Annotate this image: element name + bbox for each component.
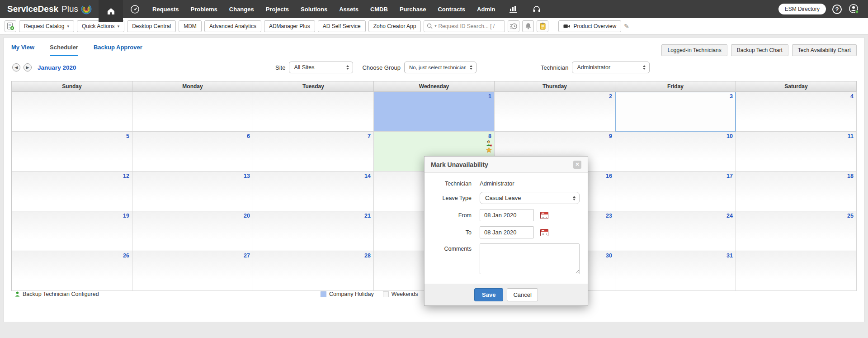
day-number: 19 (123, 213, 129, 219)
tab-backup-approver[interactable]: Backup Approver (94, 44, 142, 56)
nav-item-solutions[interactable]: Solutions (295, 0, 333, 18)
chevron-down-icon: ▾ (67, 24, 69, 29)
calendar-cell-3[interactable]: 3 (615, 92, 736, 132)
dialog-body: Technician Administrator Leave Type Casu… (425, 173, 588, 284)
calendar-cell-18[interactable]: 18 (736, 171, 857, 211)
action-tech-availability-chart[interactable]: Tech Availability Chart (792, 44, 857, 56)
nav-item-contracts[interactable]: Contracts (432, 0, 471, 18)
close-icon[interactable]: ✕ (573, 161, 581, 169)
toolbar-button-mdm[interactable]: MDM (179, 20, 202, 32)
calendar-cell-2[interactable]: 2 (495, 92, 615, 132)
action-backup-tech-chart[interactable]: Backup Tech Chart (731, 44, 788, 56)
calendar-controls: ◀ ▶ January 2020 Site All Sites Choose G… (4, 62, 864, 77)
toolbar-button-ad-self-service[interactable]: AD Self Service (318, 20, 366, 32)
home-tab[interactable] (99, 0, 123, 22)
calendar-cell-27[interactable]: 27 (132, 251, 253, 291)
tasks-clipboard-button[interactable] (537, 20, 548, 32)
nav-item-purchase[interactable]: Purchase (394, 0, 432, 18)
calendar-cell-21[interactable]: 21 (253, 211, 374, 251)
backup-legend-label: Backup Technician Configured (23, 291, 99, 297)
user-avatar-icon[interactable] (848, 3, 860, 15)
day-number: 3 (730, 93, 733, 100)
notifications-button[interactable] (522, 20, 534, 32)
tab-scheduler[interactable]: Scheduler (50, 44, 78, 56)
toolbar-button-advanced-analytics[interactable]: Advanced Analytics (204, 20, 261, 32)
month-title: January 2020 (38, 64, 76, 71)
previous-month-button[interactable]: ◀ (12, 63, 20, 71)
calendar-color-legend: Company Holiday Weekends (321, 291, 418, 297)
save-button[interactable]: Save (474, 288, 503, 301)
nav-item-cmdb[interactable]: CMDB (364, 0, 394, 18)
product-overview-button[interactable]: Product Overview (558, 20, 621, 32)
calendar-cell-10[interactable]: 10 (615, 132, 736, 171)
group-select-value: No, just select technician (409, 65, 466, 70)
calendar-cell-4[interactable]: 4 (736, 92, 857, 132)
calendar-cell[interactable] (736, 251, 857, 291)
calendar-cell-6[interactable]: 6 (132, 132, 253, 171)
technician-field-label: Technician (433, 181, 472, 187)
to-date-calendar-icon[interactable] (540, 229, 548, 236)
dialog-header: Mark Unavailability ✕ (425, 157, 588, 173)
toolbar-button-admanager-plus[interactable]: ADManager Plus (264, 20, 315, 32)
calendar-cell[interactable] (132, 92, 253, 132)
nav-item-changes[interactable]: Changes (223, 0, 260, 18)
toolbar-button-request-catalog[interactable]: Request Catalog▾ (19, 20, 74, 32)
nav-item-admin[interactable]: Admin (471, 0, 501, 18)
search-input[interactable] (438, 23, 497, 29)
calendar-cell-11[interactable]: 11 (736, 132, 857, 171)
chevron-down-icon: ▾ (118, 24, 120, 29)
day-number: 24 (726, 213, 733, 219)
secondary-toolbar: Request Catalog▾Quick Actions▾Desktop Ce… (0, 18, 868, 34)
edit-pencil-icon[interactable]: ✎ (624, 23, 629, 30)
nav-item-assets[interactable]: Assets (333, 0, 364, 18)
recent-items-button[interactable] (508, 20, 519, 32)
site-label: Site (275, 64, 285, 71)
calendar-cell-7[interactable]: 7 (253, 132, 374, 171)
calendar-cell-19[interactable]: 19 (12, 211, 132, 251)
calendar-cell-25[interactable]: 25 (736, 211, 857, 251)
app-logo[interactable]: ServiceDeskPlus (0, 0, 99, 18)
day-number: 21 (364, 213, 371, 219)
technician-select[interactable]: Administrator (572, 62, 650, 73)
calendar-cell-1[interactable]: 1 (374, 92, 495, 132)
calendar-cell[interactable] (253, 92, 374, 132)
esm-directory-button[interactable]: ESM Directory (778, 4, 826, 14)
toolbar-button-desktop-central[interactable]: Desktop Central (127, 20, 176, 32)
request-search-box[interactable]: ▾ (424, 20, 505, 32)
nav-item-requests[interactable]: Requests (146, 0, 185, 18)
toolbar-button-quick-actions[interactable]: Quick Actions▾ (77, 20, 124, 32)
calendar-cell-5[interactable]: 5 (12, 132, 132, 171)
comments-textarea[interactable] (480, 243, 580, 274)
calendar-cell-12[interactable]: 12 (12, 171, 132, 211)
leave-type-select[interactable]: Casual Leave (480, 192, 580, 204)
nav-item-projects[interactable]: Projects (260, 0, 295, 18)
calendar-cell-14[interactable]: 14 (253, 171, 374, 211)
support-item[interactable] (525, 0, 548, 18)
day-number: 16 (606, 173, 612, 179)
action-logged-in-technicians[interactable]: Logged-in Technicians (661, 44, 727, 56)
day-number: 31 (726, 252, 733, 259)
to-date-input[interactable] (480, 226, 534, 238)
calendar-cell-13[interactable]: 13 (132, 171, 253, 211)
next-month-button[interactable]: ▶ (24, 63, 32, 71)
from-date-input[interactable] (480, 209, 534, 221)
calendar-cell-24[interactable]: 24 (615, 211, 736, 251)
history-clock-icon (509, 22, 518, 30)
group-select[interactable]: No, just select technician (404, 62, 476, 73)
calendar-cell-20[interactable]: 20 (132, 211, 253, 251)
nav-item-problems[interactable]: Problems (185, 0, 223, 18)
cancel-button[interactable]: Cancel (507, 288, 538, 301)
calendar-cell-26[interactable]: 26 (12, 251, 132, 291)
calendar-cell-28[interactable]: 28 (253, 251, 374, 291)
calendar-cell[interactable] (12, 92, 132, 132)
tab-my-view[interactable]: My View (11, 44, 34, 56)
help-icon[interactable]: ? (832, 5, 842, 14)
new-request-template-button[interactable] (5, 20, 16, 32)
toolbar-button-zoho-creator-app[interactable]: Zoho Creator App (368, 20, 421, 32)
reports-item[interactable] (501, 0, 525, 18)
calendar-cell-17[interactable]: 17 (615, 171, 736, 211)
calendar-cell-31[interactable]: 31 (615, 251, 736, 291)
from-date-calendar-icon[interactable] (540, 212, 548, 219)
dashboard-gauge-item[interactable] (123, 0, 146, 18)
site-select[interactable]: All Sites (289, 62, 353, 73)
